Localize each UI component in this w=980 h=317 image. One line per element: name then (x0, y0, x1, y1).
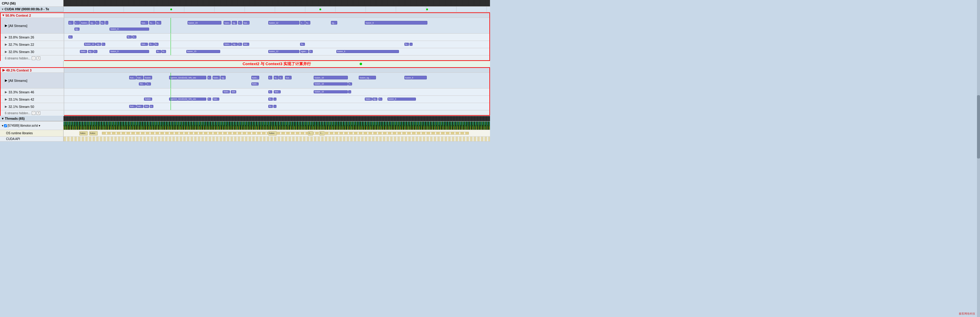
libmotor-row: ▾ [574589] libmotor.so!st ▾ (0, 122, 490, 130)
main-container: CPU (56) ▾ CUDA HW (0000:00:0b.0 - Te (0, 0, 490, 158)
stream50-row: ▶ 32.1% Stream 50 fusi... fusi... fus...… (1, 103, 489, 110)
context2-label: ▾ 50.9% Context 2 (1, 13, 64, 18)
context2-arrow[interactable]: ▾ (2, 13, 4, 17)
hidden-streams-c3-row: 6 streams hidden... − + (1, 110, 489, 115)
os-runtime-text: OS runtime libraries (6, 131, 33, 135)
all-streams-c3-text: [All Streams] (8, 79, 27, 82)
cuda-hw-timeline (64, 6, 490, 12)
all-streams-c2-row: ▶ [All Streams] u... f... fusion_12 sg..… (1, 18, 489, 34)
stream26-content: u... fu... s... (64, 34, 489, 41)
context2-header-row: ▾ 50.9% Context 2 (1, 13, 489, 18)
os-runtime-row: OS runtime libraries futex futex futex f… (0, 130, 490, 137)
all-streams-c3-row: ▶ [All Streams] fusi... fusi... fusion..… (1, 73, 489, 88)
context3-header-timeline (64, 68, 489, 72)
context3-header-row: ▶ 49.1% Context 3 (1, 68, 489, 73)
libmotor-content (64, 122, 490, 130)
hidden-streams-c2-text: 6 streams hidden... (5, 57, 30, 60)
stream30-row: ▶ 32.0% Stream 30 fusio... sg... f... fu… (1, 48, 489, 56)
hide-streams-btn[interactable]: − (32, 56, 35, 60)
stream22-content: fusion_12 sg... f... fusi... fu... fu...… (64, 41, 489, 48)
stream42-label[interactable]: ▶ 33.1% Stream 42 (1, 96, 64, 103)
show-streams-c3-btn[interactable]: + (37, 111, 40, 115)
stream30-content: fusio... sg... f... fusion_6 fu... fu...… (64, 48, 489, 55)
cpu-label-text: CPU (56) (2, 2, 16, 5)
cpu-label: CPU (56) (0, 0, 64, 6)
os-runtime-label: OS runtime libraries (0, 130, 64, 136)
context2-section: ▾ 50.9% Context 2 ▶ [All Streams] u... f… (0, 13, 490, 61)
libmotor-checkbox[interactable] (4, 124, 7, 127)
cpu-content (64, 0, 490, 6)
hidden-streams-c2-row: 6 streams hidden... − + (1, 56, 489, 60)
stream50-arrow[interactable]: ▶ (5, 105, 7, 108)
stream46-label[interactable]: ▶ 33.3% Stream 46 (1, 88, 64, 96)
stream30-label[interactable]: ▶ 32.0% Stream 30 (1, 48, 64, 55)
stream46-text: 33.3% Stream 46 (8, 90, 34, 94)
cuda-hw-arrow[interactable]: ▾ (2, 8, 3, 11)
show-streams-btn[interactable]: + (37, 56, 40, 60)
stream22-text: 32.7% Stream 22 (8, 43, 34, 46)
context2-header-timeline (64, 13, 489, 18)
libmotor-text: [574589] libmotor.so!st ▾ (8, 124, 40, 127)
stream26-label[interactable]: ▶ 33.8% Stream 26 (1, 34, 64, 41)
hidden-streams-c3-label: 6 streams hidden... − + (1, 110, 64, 116)
stream26-row: ▶ 33.8% Stream 26 u... fu... s... (1, 34, 489, 41)
context3-label-text: 49.1% Context 3 (6, 69, 32, 72)
libmotor-label[interactable]: ▾ [574589] libmotor.so!st ▾ (0, 122, 64, 130)
stream42-content: fusion... sgemm_32x32x32_NN_vec f... fus… (64, 96, 489, 103)
all-streams-c2-label[interactable]: ▶ [All Streams] (1, 18, 64, 33)
stream50-content: fusi... fusi... fus... s... fu... ... (64, 103, 489, 110)
hidden-streams-c2-content (64, 56, 489, 60)
stream50-text: 32.1% Stream 50 (8, 105, 34, 109)
stream50-label[interactable]: ▶ 32.1% Stream 50 (1, 103, 64, 110)
cuda-hw-label-text: CUDA HW (0000:00:0b.0 - Te (5, 7, 49, 11)
all-streams-c2-content: u... f... fusion_12 sg... f... fu... ...… (64, 18, 489, 33)
cuda-api-text: CUDA API (6, 137, 20, 141)
hidden-streams-c2-label: 6 streams hidden... − + (1, 56, 64, 61)
stream22-label[interactable]: ▶ 32.7% Stream 22 (1, 41, 64, 48)
context3-arrow[interactable]: ▶ (2, 68, 5, 72)
cuda-api-content (64, 137, 490, 141)
stream42-arrow[interactable]: ▶ (5, 98, 7, 101)
stream22-row: ▶ 32.7% Stream 22 fusion_12 sg... f... f… (1, 41, 489, 48)
context3-section: ▶ 49.1% Context 3 ▶ [All Streams] fusi..… (0, 67, 490, 116)
threads-header-row: ▾ Threads (65) (0, 116, 490, 122)
threads-label-text: Threads (65) (5, 117, 24, 120)
stream42-text: 33.1% Stream 42 (8, 98, 34, 101)
context2-label-text: 50.9% Context 2 (5, 14, 31, 17)
stream26-arrow[interactable]: ▶ (5, 35, 7, 39)
annotation-row: Context2 与 Context3 实现了计算并行 (0, 61, 490, 67)
os-runtime-content: futex futex futex f... f... (64, 130, 490, 136)
all-streams-c3-arrow[interactable]: ▶ (5, 78, 7, 82)
all-streams-c3-label[interactable]: ▶ [All Streams] (1, 73, 64, 88)
cpu-row: CPU (56) (0, 0, 490, 6)
stream22-arrow[interactable]: ▶ (5, 43, 7, 46)
threads-header-content (64, 116, 490, 121)
all-streams-c2-arrow[interactable]: ▶ (5, 24, 7, 27)
cuda-hw-header: ▾ CUDA HW (0000:00:0b.0 - Te (0, 6, 490, 12)
cuda-api-label: CUDA API (0, 137, 64, 141)
stream46-content: fusio... son... f... fusi... fusion_16 .… (64, 88, 489, 96)
hidden-streams-c3-content (64, 110, 489, 115)
threads-header-label: ▾ Threads (65) (0, 116, 64, 121)
hidden-streams-c3-text: 6 streams hidden... (5, 112, 30, 115)
annotation-text: Context2 与 Context3 实现了计算并行 (243, 61, 311, 67)
stream46-arrow[interactable]: ▶ (5, 90, 7, 94)
threads-arrow[interactable]: ▾ (2, 117, 4, 121)
stream30-text: 32.0% Stream 30 (8, 50, 34, 54)
hide-streams-c3-btn[interactable]: − (32, 111, 35, 115)
context3-label: ▶ 49.1% Context 3 (1, 68, 64, 72)
all-streams-c2-text: [All Streams] (8, 24, 27, 27)
stream42-row: ▶ 33.1% Stream 42 fusion... sgemm_32x32x… (1, 96, 489, 103)
cuda-api-row: CUDA API (0, 137, 490, 141)
all-streams-c3-content: fusi... fusi... fusion... sgemm_32x32x32… (64, 73, 489, 88)
libmotor-arrow[interactable]: ▾ (2, 124, 3, 127)
stream26-text: 33.8% Stream 26 (8, 35, 34, 39)
cuda-hw-label: ▾ CUDA HW (0000:00:0b.0 - Te (0, 6, 64, 12)
stream30-arrow[interactable]: ▶ (5, 50, 7, 53)
stream46-row: ▶ 33.3% Stream 46 fusio... son... f... f… (1, 88, 489, 96)
